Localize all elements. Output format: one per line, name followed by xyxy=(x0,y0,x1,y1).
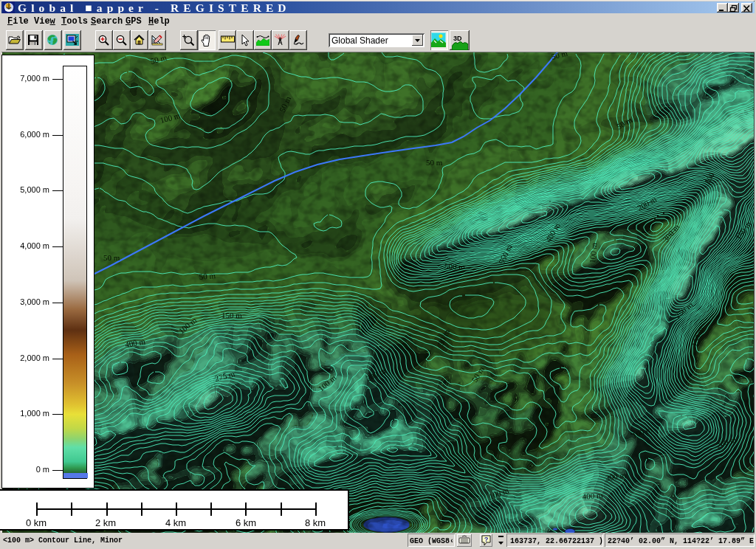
svg-text:?: ? xyxy=(484,536,488,544)
svg-text:3D: 3D xyxy=(453,35,462,42)
